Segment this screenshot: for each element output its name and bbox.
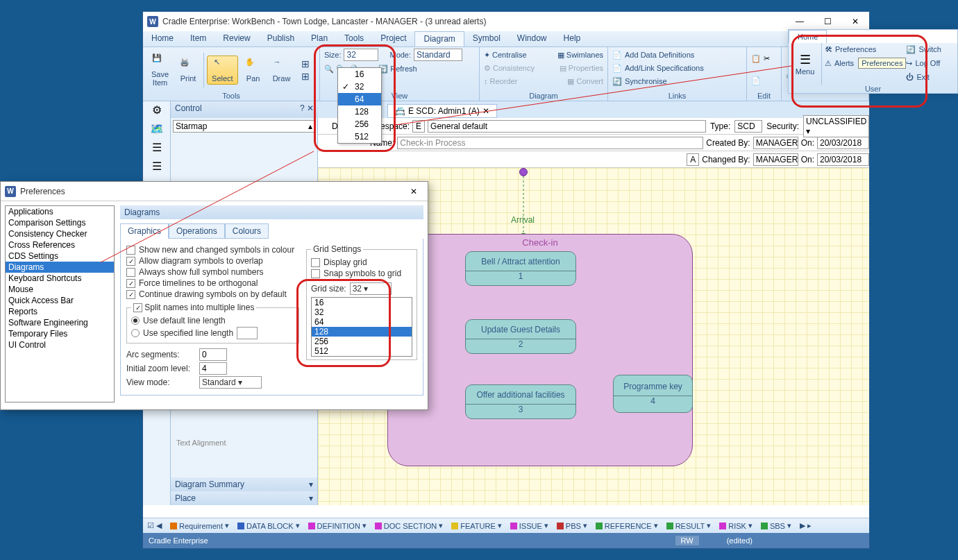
pan-tool-button[interactable]: ✋Pan [241, 56, 266, 84]
process-box-1[interactable]: Bell / Attract attention1 [465, 251, 576, 286]
security-dropdown[interactable]: UNCLASSIFIED ▾ [803, 115, 869, 137]
chk-full-numbers[interactable] [126, 268, 135, 277]
view-mode-dropdown[interactable]: Standard ▾ [199, 376, 262, 389]
chk-overlap[interactable]: ✓ [126, 257, 135, 266]
logoff-button[interactable]: ↪ Log Off [906, 57, 957, 69]
maximize-button[interactable]: ☐ [814, 12, 841, 31]
grid-opt-128[interactable]: 128 [312, 327, 412, 337]
security-label: Security: [762, 121, 803, 131]
close-button[interactable]: ✕ [841, 12, 869, 31]
start-node[interactable] [519, 168, 528, 176]
user-tab-home[interactable]: Home [789, 30, 827, 43]
size-opt-128[interactable]: 128 [338, 105, 381, 118]
chk-snap-grid[interactable] [311, 269, 320, 278]
chk-timelines[interactable]: ✓ [126, 279, 135, 288]
refresh-button[interactable]: 🔄 Refresh [378, 65, 417, 74]
menu-publish[interactable]: Publish [259, 31, 303, 46]
preferences-button[interactable]: 🛠 Preferences [822, 43, 906, 56]
synchronise-button[interactable]: 🔄 Synchronise [612, 75, 742, 87]
minimize-button[interactable]: — [786, 12, 814, 31]
type-field[interactable]: SCD [734, 120, 762, 133]
gear-icon[interactable]: ⚙ [143, 101, 171, 118]
line-length-input[interactable] [237, 327, 258, 339]
radio-specified-length[interactable] [131, 329, 140, 337]
arc-segments-input[interactable] [199, 348, 227, 361]
radio-default-length[interactable] [131, 316, 140, 325]
pref-tab-operations[interactable]: Operations [169, 223, 225, 239]
bottom-nav-prev[interactable]: ☑ ◀ [143, 521, 166, 530]
pref-cat-diagrams[interactable]: Diagrams [6, 262, 114, 273]
exit-button[interactable]: ⏻ Exit [906, 71, 957, 83]
user-group-label: User [789, 85, 957, 93]
mode-dropdown[interactable]: Standard [414, 49, 462, 61]
namespace-field[interactable]: General default [428, 120, 706, 133]
centralise-button[interactable]: ✦ Centralise [484, 51, 527, 60]
size-label: Size: [324, 51, 341, 59]
domain-field[interactable]: E [412, 120, 425, 133]
menu-plan[interactable]: Plan [303, 31, 336, 46]
add-data-button[interactable]: 📄 Add Data Definitions [612, 49, 742, 61]
pref-section-hdr: Diagrams [120, 205, 423, 219]
switch-button[interactable]: 🔄 Switch [906, 43, 957, 56]
size-opt-512[interactable]: 512 [338, 130, 381, 143]
menu-item[interactable]: Item [182, 31, 215, 46]
process-box-3[interactable]: Offer additional facilities3 [465, 384, 576, 419]
menu-help[interactable]: Help [555, 31, 589, 46]
process-box-4[interactable]: Programme key4 [613, 375, 693, 413]
menu-window[interactable]: Window [509, 31, 555, 46]
grid-icons[interactable]: ⊞⊞ [297, 57, 314, 83]
menu-project[interactable]: Project [372, 31, 414, 46]
grid-opt-512[interactable]: 512 [312, 346, 412, 356]
save-item-button[interactable]: 💾Save Item [147, 52, 173, 88]
size-opt-32[interactable]: ✓32 [338, 80, 381, 93]
size-dropdown[interactable]: 32 [344, 49, 378, 61]
zoom-level-input[interactable] [199, 362, 227, 375]
chk-new-changed[interactable] [126, 246, 135, 255]
name-field[interactable]: Check-in Process [397, 137, 703, 149]
place-header[interactable]: Place▾ [171, 491, 317, 505]
grid-opt-16[interactable]: 16 [312, 298, 412, 307]
menu-icon[interactable]: ☰ [800, 52, 811, 67]
edit-icon3[interactable]: 📄 [751, 76, 761, 85]
text-alignment-label: Text Alignment [171, 436, 317, 450]
chk-continue[interactable]: ✓ [126, 290, 135, 299]
menu-home[interactable]: Home [143, 31, 182, 46]
diagram-summary-header[interactable]: Diagram Summary▾ [171, 477, 317, 491]
chk-display-grid[interactable] [311, 258, 320, 267]
alerts-button[interactable]: ⚠ AlertsPreferences [822, 57, 906, 69]
size-opt-64[interactable]: 64 [338, 93, 381, 105]
app-icon: W [147, 16, 158, 27]
pref-tab-graphics[interactable]: Graphics [120, 223, 169, 239]
pref-category-list[interactable]: Applications Comparison Settings Consist… [5, 205, 115, 402]
menu-symbol[interactable]: Symbol [464, 31, 509, 46]
sidebar-icon[interactable]: ☰ [152, 160, 162, 173]
grid-size-dropdown[interactable]: 32 ▾ [350, 282, 392, 295]
print-button[interactable]: 🖨️Print [176, 56, 201, 84]
sidebar-icon[interactable]: 🗺️ [150, 122, 164, 135]
process-box-2[interactable]: Update Guest Details2 [465, 319, 576, 354]
pref-close-button[interactable]: ✕ [400, 182, 428, 201]
bottom-nav-next[interactable]: ▶ ▸ [796, 521, 816, 530]
draw-tool-button[interactable]: →Draw [269, 56, 295, 84]
pref-tab-colours[interactable]: Colours [225, 223, 269, 239]
links-group-label: Links [612, 91, 742, 101]
grid-opt-32[interactable]: 32 [312, 307, 412, 317]
size-opt-16[interactable]: 16 [338, 68, 381, 80]
grid-opt-64[interactable]: 64 [312, 317, 412, 327]
size-opt-256[interactable]: 256 [338, 118, 381, 130]
menu-diagram[interactable]: Diagram [414, 31, 464, 46]
document-tab[interactable]: 📇 E SCD: Admin1 (A) ✕ [387, 104, 497, 118]
sidebar-icon[interactable]: ☰ [152, 141, 162, 154]
edit-icon[interactable]: 📋 [751, 54, 761, 63]
swimlanes-button[interactable]: ▦ Swimlanes [557, 51, 603, 60]
select-tool-button[interactable]: ↖Select [207, 56, 238, 85]
size-dropdown-list[interactable]: 16 ✓32 64 128 256 512 [337, 67, 382, 144]
grid-opt-256[interactable]: 256 [312, 337, 412, 346]
reorder-button: ↕ Reorder [484, 77, 517, 85]
menu-tools[interactable]: Tools [336, 31, 372, 46]
status-rw: RW [675, 536, 699, 545]
menu-review[interactable]: Review [215, 31, 258, 46]
starmap-dropdown[interactable]: Starmap ▴ [173, 120, 315, 133]
edit-icon2[interactable]: ✂ [764, 54, 770, 63]
add-link-button[interactable]: 📄 Add/Link Specifications [612, 62, 742, 74]
